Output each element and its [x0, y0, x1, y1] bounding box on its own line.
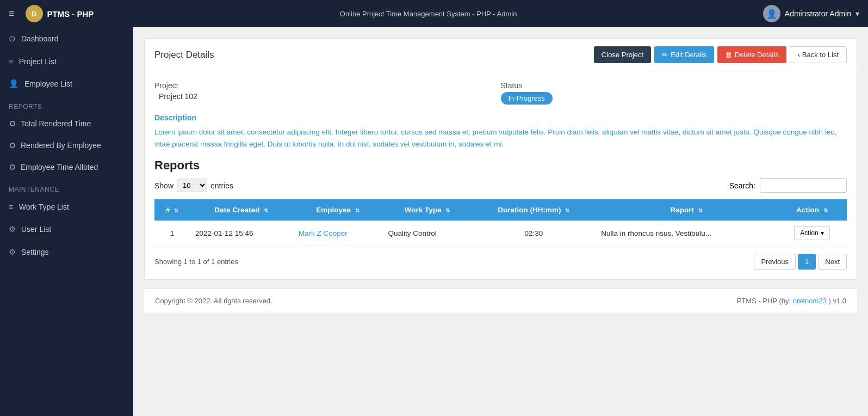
col-report[interactable]: Report ⇅: [596, 199, 777, 221]
project-status-grid: Project Project 102 Status In-Progress: [154, 81, 847, 105]
project-details-card: Project Details Close Project ✏ Edit Det…: [144, 38, 857, 280]
sort-icon-employee: ⇅: [355, 207, 359, 213]
avatar: 👤: [763, 5, 780, 22]
sidebar-label-user-list: User List: [21, 225, 51, 234]
next-button[interactable]: Next: [818, 254, 847, 270]
sort-icon-date: ⇅: [264, 207, 268, 213]
description-text: Lorem ipsum dolor sit amet, consectetur …: [154, 126, 847, 150]
col-date-created[interactable]: Date Created ⇅: [190, 199, 293, 221]
trash-icon: 🗑: [725, 51, 732, 59]
reports-section: Reports Show 10 25 50 100 entries: [154, 158, 847, 270]
work-type-icon: ≡: [9, 202, 14, 211]
dashboard-icon: ⊙: [9, 34, 16, 44]
table-body: 1 2022-01-12 15:46 Mark Z Cooper Quality…: [154, 221, 847, 246]
app-subtitle: Online Project Time Management System - …: [340, 10, 517, 18]
dot-icon-2: [10, 143, 15, 148]
employee-link[interactable]: Mark Z Cooper: [299, 229, 348, 237]
cell-employee: Mark Z Cooper: [293, 221, 383, 246]
entries-select[interactable]: 10 25 50 100: [177, 179, 207, 192]
user-list-icon: ⚙: [9, 224, 16, 234]
reports-section-label: Reports: [0, 95, 133, 113]
previous-button[interactable]: Previous: [754, 254, 796, 270]
sidebar-item-rendered-by-employee[interactable]: Rendered By Employee: [0, 134, 133, 156]
maintenance-section-label: Maintenance: [0, 178, 133, 195]
footer-author-link[interactable]: oretnom23: [793, 297, 827, 305]
card-body: Project Project 102 Status In-Progress D…: [145, 71, 857, 279]
sidebar-label-project-list: Project List: [19, 57, 57, 66]
footer-copyright: Copyright © 2022. All rights reserved.: [155, 297, 272, 305]
sidebar-item-user-list[interactable]: ⚙ User List: [0, 218, 133, 241]
delete-details-button[interactable]: 🗑 Delete Details: [717, 46, 786, 63]
description-label: Description: [154, 113, 847, 122]
col-duration[interactable]: Duration (HH:mm) ⇅: [472, 199, 596, 221]
sidebar-label-employee-time-alloted: Employee Time Alloted: [21, 163, 98, 172]
cell-duration: 02:30: [472, 221, 596, 246]
sidebar: ⊙ Dashboard ≡ Project List 👤 Employee Li…: [0, 27, 133, 416]
sort-icon-report: ⇅: [698, 207, 703, 213]
edit-icon: ✏: [662, 51, 668, 59]
reports-table: # ⇅ Date Created ⇅ Employee ⇅: [154, 199, 847, 246]
entries-label: entries: [210, 181, 233, 190]
user-dropdown-icon[interactable]: ▾: [855, 9, 859, 18]
project-col: Project Project 102: [154, 81, 501, 105]
sidebar-item-employee-list[interactable]: 👤 Employee List: [0, 72, 133, 95]
pagination-controls: Previous 1 Next: [754, 254, 847, 270]
col-employee[interactable]: Employee ⇅: [293, 199, 383, 221]
col-work-type[interactable]: Work Type ⇅: [383, 199, 472, 221]
app-logo: D: [26, 5, 43, 22]
status-label: Status: [501, 81, 847, 90]
sidebar-item-work-type-list[interactable]: ≡ Work Type List: [0, 195, 133, 218]
col-num[interactable]: # ⇅: [154, 199, 190, 221]
employee-icon: 👤: [9, 79, 19, 89]
cell-action: Action: [777, 221, 847, 246]
page-title: Project Details: [154, 50, 214, 60]
search-label: Search:: [729, 181, 755, 190]
hamburger-icon[interactable]: ≡: [9, 8, 15, 20]
topnav: ≡ D PTMS - PHP Online Project Time Manag…: [0, 0, 868, 27]
sidebar-label-work-type-list: Work Type List: [19, 203, 69, 211]
sort-icon-duration: ⇅: [565, 207, 569, 213]
app-title: PTMS - PHP: [47, 9, 94, 19]
sort-icon-work-type: ⇅: [445, 207, 450, 213]
page-1-button[interactable]: 1: [798, 254, 816, 270]
layout: ⊙ Dashboard ≡ Project List 👤 Employee Li…: [0, 27, 868, 416]
sidebar-item-total-rendered-time[interactable]: Total Rendered Time: [0, 113, 133, 134]
cell-num: 1: [154, 221, 190, 246]
footer-app-info: PTMS - PHP (by: oretnom23 ) v1.0: [737, 297, 846, 305]
settings-icon: ⚙: [9, 247, 16, 257]
app-brand: D PTMS - PHP: [26, 5, 94, 22]
sidebar-item-employee-time-alloted[interactable]: Employee Time Alloted: [0, 156, 133, 178]
main-content: Project Details Close Project ✏ Edit Det…: [133, 27, 868, 416]
show-label: Show: [154, 181, 173, 190]
sidebar-item-project-list[interactable]: ≡ Project List: [0, 50, 133, 72]
cell-report: Nulla in rhoncus risus. Vestibulu...: [596, 221, 777, 246]
sidebar-item-dashboard[interactable]: ⊙ Dashboard: [0, 27, 133, 50]
pagination-row: Showing 1 to 1 of 1 entries Previous 1 N…: [154, 254, 847, 270]
col-action[interactable]: Action ⇅: [777, 199, 847, 221]
sidebar-item-settings[interactable]: ⚙ Settings: [0, 241, 133, 264]
table-head: # ⇅ Date Created ⇅ Employee ⇅: [154, 199, 847, 221]
description-section: Description Lorem ipsum dolor sit amet, …: [154, 113, 847, 150]
edit-details-button[interactable]: ✏ Edit Details: [654, 46, 714, 63]
dot-icon-3: [10, 164, 15, 170]
sidebar-label-rendered-by-employee: Rendered By Employee: [21, 141, 101, 150]
action-dropdown-button[interactable]: Action: [794, 226, 829, 240]
back-to-list-button[interactable]: ‹ Back to List: [790, 46, 847, 63]
sidebar-label-settings: Settings: [21, 248, 49, 256]
search-input[interactable]: [760, 178, 847, 193]
cell-work-type: Quality Control: [383, 221, 472, 246]
dot-icon-1: [10, 121, 15, 126]
footer: Copyright © 2022. All rights reserved. P…: [144, 289, 857, 313]
card-actions: Close Project ✏ Edit Details 🗑 Delete De…: [594, 46, 847, 63]
list-icon: ≡: [9, 57, 14, 66]
table-row: 1 2022-01-12 15:46 Mark Z Cooper Quality…: [154, 221, 847, 246]
sidebar-label-dashboard: Dashboard: [21, 34, 59, 43]
table-controls: Show 10 25 50 100 entries Search:: [154, 178, 847, 193]
sort-icon-num: ⇅: [174, 207, 178, 213]
show-entries: Show 10 25 50 100 entries: [154, 179, 233, 192]
close-project-button[interactable]: Close Project: [594, 46, 651, 63]
topnav-right: 👤 Adminstrator Admin ▾: [763, 5, 859, 22]
username[interactable]: Adminstrator Admin: [785, 9, 851, 18]
search-control: Search:: [729, 178, 847, 193]
status-badge: In-Progress: [501, 92, 553, 105]
